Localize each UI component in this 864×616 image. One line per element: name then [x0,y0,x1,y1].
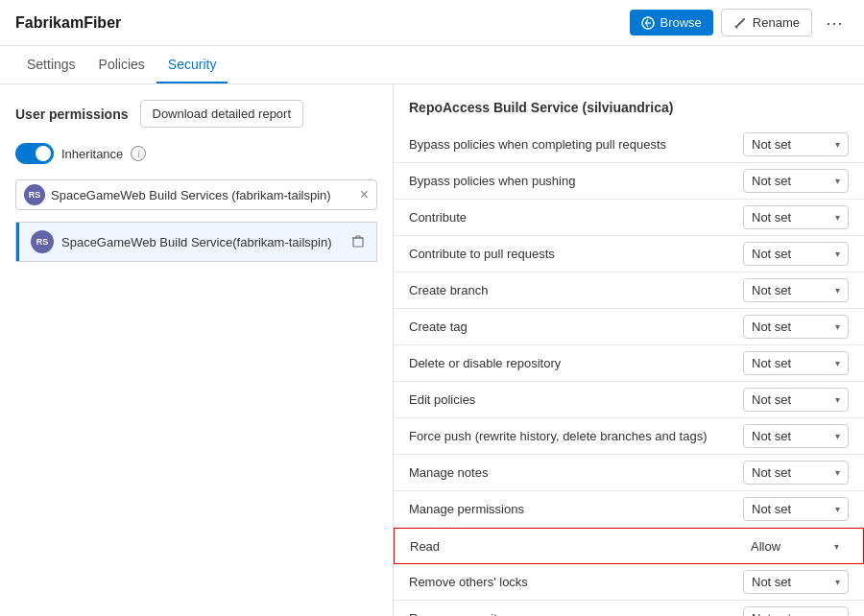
inheritance-label: Inheritance [61,147,123,161]
tab-security[interactable]: Security [156,47,228,83]
permission-name: Contribute [409,210,743,225]
rename-button[interactable]: Rename [721,9,812,36]
permissions-list: Bypass policies when completing pull req… [394,127,864,616]
permission-row: Rename repositoryNot set▾ [394,601,864,616]
chevron-down-icon: ▾ [835,249,840,259]
permission-name: Create tag [409,320,743,334]
permission-name: Contribute to pull requests [409,247,743,261]
chevron-down-icon: ▾ [835,358,840,368]
permission-value: Not set [752,320,791,334]
nav-tabs: Settings Policies Security [0,46,864,84]
permission-value: Not set [752,429,791,443]
permission-value: Not set [752,247,791,261]
chevron-down-icon: ▾ [835,467,840,478]
rename-label: Rename [753,15,800,30]
permission-name: Bypass policies when pushing [409,174,743,188]
permission-row: Remove others' locksNot set▾ [394,564,864,601]
user-list-item[interactable]: RS SpaceGameWeb Build Service(fabrikam-t… [16,223,376,261]
svg-rect-1 [353,238,363,247]
permission-name: Edit policies [409,392,743,407]
permission-select[interactable]: Not set▾ [743,424,849,448]
permission-select[interactable]: Not set▾ [743,132,849,156]
user-list: RS SpaceGameWeb Build Service(fabrikam-t… [15,222,377,262]
permission-name: Remove others' locks [409,575,743,589]
chevron-down-icon: ▾ [835,394,840,405]
permission-row: ReadAllow▾ [394,528,864,564]
permission-row: Manage notesNot set▾ [394,455,864,491]
app-header: FabrikamFiber Browse Rename ⋯ [0,0,864,46]
permission-value: Not set [752,575,791,589]
permission-select[interactable]: Not set▾ [743,278,849,302]
chevron-down-icon: ▾ [835,212,840,223]
trash-icon [351,234,365,248]
permission-name: Create branch [409,283,743,297]
permission-row: Delete or disable repositoryNot set▾ [394,345,864,382]
permission-select[interactable]: Not set▾ [743,242,849,266]
permission-select[interactable]: Not set▾ [743,315,849,339]
permission-value: Not set [752,611,791,616]
clear-search-button[interactable]: × [360,187,369,202]
chevron-down-icon: ▾ [835,504,840,514]
permission-value: Not set [752,392,791,407]
permission-value: Allow [751,539,780,554]
permission-select[interactable]: Not set▾ [743,606,849,616]
permission-value: Not set [752,465,791,480]
permission-select[interactable]: Not set▾ [743,388,849,412]
header-right: Browse Rename ⋯ [630,9,850,37]
search-value: SpaceGameWeb Build Services (fabrikam-ta… [51,188,354,202]
download-report-button[interactable]: Download detailed report [140,100,304,128]
permission-select[interactable]: Allow▾ [742,534,848,558]
permission-select[interactable]: Not set▾ [743,570,849,594]
panel-title: User permissions [15,107,129,122]
permission-value: Not set [752,283,791,297]
permission-name: Manage notes [409,465,743,480]
browse-label: Browse [660,15,702,30]
permission-value: Not set [752,174,791,188]
panel-header: User permissions Download detailed repor… [15,100,377,128]
inheritance-info-icon[interactable]: i [131,146,146,161]
chevron-down-icon: ▾ [834,541,839,552]
permission-row: ContributeNot set▾ [394,200,864,236]
more-button[interactable]: ⋯ [820,9,849,37]
delete-user-button[interactable] [351,234,365,250]
more-icon: ⋯ [826,13,843,33]
permission-value: Not set [752,137,791,152]
permission-select[interactable]: Not set▾ [743,205,849,229]
browse-button[interactable]: Browse [630,10,713,36]
permission-select[interactable]: Not set▾ [743,169,849,193]
app-title: FabrikamFiber [15,14,121,32]
left-panel: User permissions Download detailed repor… [0,84,394,616]
chevron-down-icon: ▾ [835,139,840,150]
header-left: FabrikamFiber [15,14,121,32]
permission-name: Rename repository [409,611,743,616]
permission-row: Create branchNot set▾ [394,272,864,309]
chevron-down-icon: ▾ [835,285,840,296]
user-avatar: RS [31,230,54,253]
user-search-group[interactable]: RS SpaceGameWeb Build Services (fabrikam… [15,179,377,210]
tab-policies[interactable]: Policies [87,47,156,83]
right-panel: RepoAccess Build Service (silviuandrica)… [394,84,864,616]
permission-row: Bypass policies when completing pull req… [394,127,864,163]
permission-row: Bypass policies when pushingNot set▾ [394,163,864,200]
repo-title: RepoAccess Build Service (silviuandrica) [394,100,864,127]
tab-settings[interactable]: Settings [15,47,87,83]
permission-row: Create tagNot set▾ [394,309,864,345]
chevron-down-icon: ▾ [835,321,840,332]
permission-row: Force push (rewrite history, delete bran… [394,418,864,455]
permission-name: Force push (rewrite history, delete bran… [409,429,743,443]
search-avatar: RS [24,184,45,205]
permission-select[interactable]: Not set▾ [743,497,849,521]
chevron-down-icon: ▾ [835,577,840,587]
browse-icon [641,16,655,30]
permission-value: Not set [752,356,791,370]
permission-select[interactable]: Not set▾ [743,461,849,485]
chevron-down-icon: ▾ [835,176,840,186]
chevron-down-icon: ▾ [835,431,840,441]
inheritance-toggle[interactable] [15,143,54,164]
permission-select[interactable]: Not set▾ [743,351,849,375]
inheritance-row: Inheritance i [15,143,377,164]
main-content: User permissions Download detailed repor… [0,84,864,616]
permission-name: Delete or disable repository [409,356,743,370]
user-item-label: SpaceGameWeb Build Service(fabrikam-tail… [61,235,344,249]
permission-row: Edit policiesNot set▾ [394,382,864,418]
